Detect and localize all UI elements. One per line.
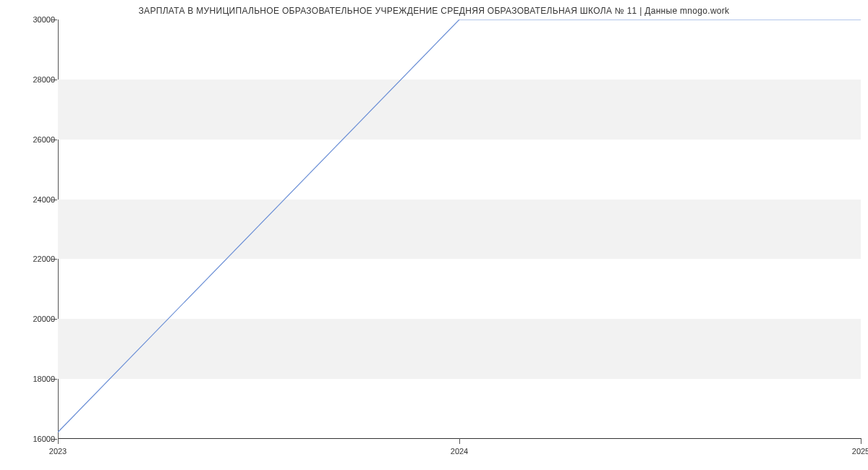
x-tick-label: 2025 bbox=[852, 447, 868, 456]
plot-area: 202320242025 bbox=[58, 20, 861, 439]
y-tick-label: 18000 bbox=[33, 375, 55, 383]
grid-band bbox=[58, 200, 861, 260]
chart-title: ЗАРПЛАТА В МУНИЦИПАЛЬНОЕ ОБРАЗОВАТЕЛЬНОЕ… bbox=[0, 6, 868, 16]
x-tick bbox=[459, 438, 460, 444]
y-tick-label: 16000 bbox=[33, 435, 55, 443]
y-tick-label: 30000 bbox=[33, 15, 55, 24]
y-tick-label: 24000 bbox=[33, 195, 55, 204]
x-tick bbox=[58, 438, 59, 444]
y-tick-label: 26000 bbox=[33, 135, 55, 144]
y-tick-label: 20000 bbox=[33, 315, 55, 323]
chart-container: ЗАРПЛАТА В МУНИЦИПАЛЬНОЕ ОБРАЗОВАТЕЛЬНОЕ… bbox=[0, 0, 868, 470]
grid-band bbox=[58, 319, 861, 379]
x-tick bbox=[861, 438, 861, 444]
grid-band bbox=[58, 80, 861, 140]
x-tick-label: 2024 bbox=[451, 447, 468, 456]
x-tick-label: 2023 bbox=[49, 447, 67, 456]
y-tick-label: 22000 bbox=[33, 255, 55, 263]
y-tick-label: 28000 bbox=[33, 75, 55, 84]
